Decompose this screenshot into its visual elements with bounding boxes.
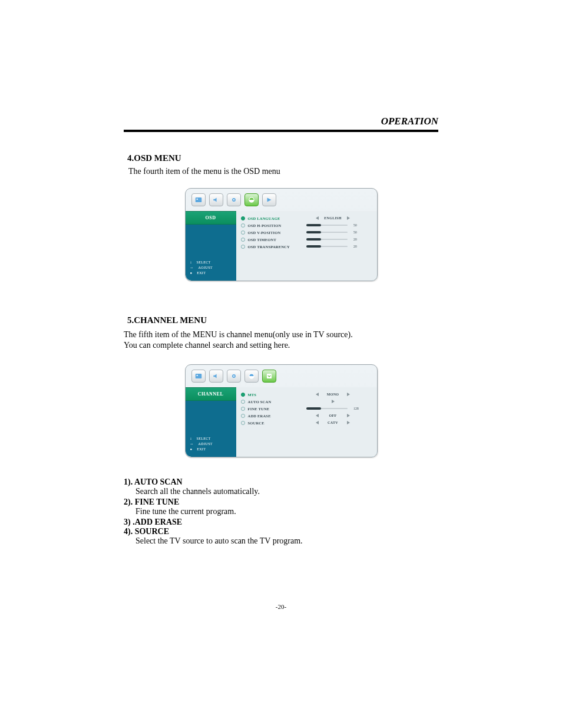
bullet-icon xyxy=(241,216,245,220)
header-title: OPERATION xyxy=(381,116,438,127)
slider[interactable] xyxy=(306,408,348,409)
tab-osd-icon[interactable] xyxy=(244,370,259,383)
page-number: -20- xyxy=(0,603,562,610)
slider[interactable] xyxy=(306,232,348,233)
def4-title: 4). SOURCE xyxy=(124,527,438,536)
section4-title: 4.OSD MENU xyxy=(127,153,438,163)
tab-osd-icon[interactable] xyxy=(244,193,259,206)
osd-item-timeout[interactable]: OSD TIMEONT 20 xyxy=(241,236,372,243)
section4-text: The fourth item of the menu is the OSD m… xyxy=(128,167,438,176)
arrow-left-icon[interactable] xyxy=(316,393,319,396)
tab-audio-icon[interactable] xyxy=(209,193,223,206)
def3-title: 3) .ADD ERASE xyxy=(124,518,438,527)
osd-main: OSD LANGUAGE ENGLISH OSD H-POSITION 50 xyxy=(236,211,377,281)
osd-item-vposition[interactable]: OSD V-POSITION 50 xyxy=(241,229,372,236)
arrow-right-icon[interactable] xyxy=(332,400,335,403)
svg-point-3 xyxy=(233,199,234,200)
channel-main: MTS MONO AUTO SCAN FINE xyxy=(236,387,377,457)
def2-desc: Fine tune the current program. xyxy=(135,507,438,516)
tab-audio-icon[interactable] xyxy=(209,370,223,383)
arrow-right-icon[interactable] xyxy=(347,393,350,396)
section5-p2: You can complete channel search and sett… xyxy=(124,341,438,350)
tab-settings-icon[interactable] xyxy=(227,193,241,206)
bullet-icon xyxy=(241,223,245,228)
def1-desc: Search all the channels automatically. xyxy=(135,487,438,496)
header-rule xyxy=(124,130,438,132)
svg-rect-10 xyxy=(266,374,271,378)
arrow-right-icon[interactable] xyxy=(347,216,350,220)
svg-point-6 xyxy=(196,375,197,376)
svg-point-8 xyxy=(233,375,234,377)
def1-title: 1). AUTO SCAN xyxy=(124,477,438,487)
bullet-icon xyxy=(241,245,245,249)
slider[interactable] xyxy=(306,246,348,247)
definitions-list: 1). AUTO SCAN Search all the channels au… xyxy=(124,477,438,546)
svg-rect-0 xyxy=(195,197,201,202)
tab-channel-icon[interactable] xyxy=(262,193,276,206)
menu-tabs xyxy=(186,365,377,387)
ch-item-source[interactable]: SOURCE CATV xyxy=(241,419,372,426)
osd-item-language[interactable]: OSD LANGUAGE ENGLISH xyxy=(241,215,372,222)
bullet-icon xyxy=(241,393,245,397)
ch-item-adderase[interactable]: ADD ERASE OFF xyxy=(241,412,372,419)
slider[interactable] xyxy=(306,225,348,226)
bullet-icon xyxy=(241,230,245,235)
channel-menu-box: CHANNEL ↕ SELECT ↔ ADJUST ● EXIT MTS MON… xyxy=(185,364,378,457)
osd-side-hints: ↕ SELECT ↔ AOJUST ● EXIT xyxy=(186,256,236,281)
def2-title: 2). FINE TUNE xyxy=(124,498,438,507)
arrow-right-icon[interactable] xyxy=(347,414,350,417)
svg-rect-5 xyxy=(195,374,201,378)
arrow-left-icon[interactable] xyxy=(316,421,319,424)
section5-title: 5.CHANNEL MENU xyxy=(127,315,438,325)
channel-side-hints: ↕ SELECT ↔ ADJUST ● EXIT xyxy=(186,433,236,457)
channel-side-title: CHANNEL xyxy=(186,387,236,401)
bullet-icon xyxy=(241,407,245,411)
osd-side-title: OSD xyxy=(186,211,236,225)
osd-menu-box: OSD ↕ SELECT ↔ AOJUST ● EXIT OSD LANGUAG… xyxy=(185,188,378,281)
arrow-right-icon[interactable] xyxy=(347,421,350,424)
svg-point-1 xyxy=(196,199,197,200)
bullet-icon xyxy=(241,238,245,242)
osd-item-transparency[interactable]: OSD TRANSPARENCY 20 xyxy=(241,243,372,250)
bullet-icon xyxy=(241,414,245,418)
def4-desc: Select the TV source to auto scan the TV… xyxy=(135,536,438,546)
bullet-icon xyxy=(241,400,245,404)
bullet-icon xyxy=(241,421,245,425)
tab-channel-icon[interactable] xyxy=(262,370,276,383)
ch-item-autoscan[interactable]: AUTO SCAN xyxy=(241,398,372,405)
slider[interactable] xyxy=(306,239,348,240)
osd-item-hposition[interactable]: OSD H-POSITION 50 xyxy=(241,222,372,229)
arrow-left-icon[interactable] xyxy=(316,216,319,220)
menu-tabs xyxy=(186,189,377,211)
tab-picture-icon[interactable] xyxy=(191,370,206,383)
tab-picture-icon[interactable] xyxy=(191,193,206,206)
ch-item-mts[interactable]: MTS MONO xyxy=(241,391,372,398)
ch-item-finetune[interactable]: FINE TUNE 128 xyxy=(241,405,372,412)
arrow-left-icon[interactable] xyxy=(316,414,319,417)
section5-p1: The fifth item of the MENU is channel me… xyxy=(124,330,438,340)
tab-settings-icon[interactable] xyxy=(227,370,241,383)
